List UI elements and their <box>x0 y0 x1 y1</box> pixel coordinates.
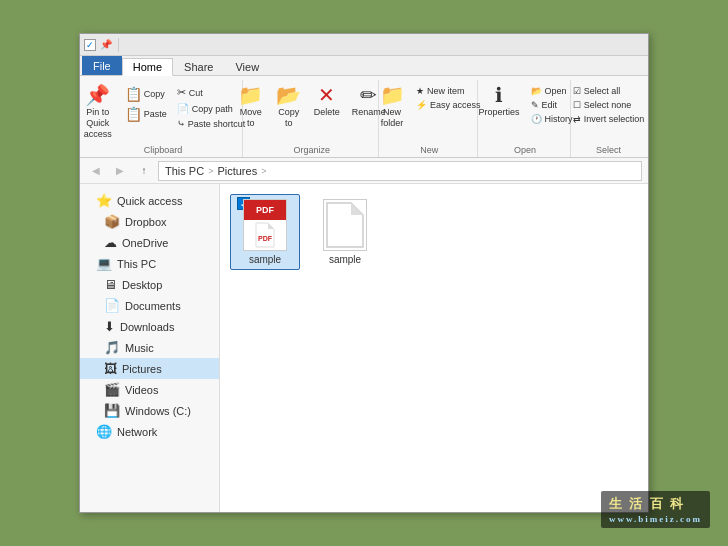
tab-share[interactable]: Share <box>173 58 224 75</box>
sidebar-item-label: Windows (C:) <box>125 405 191 417</box>
svg-text:PDF: PDF <box>258 235 273 242</box>
sidebar-item-pictures[interactable]: 🖼 Pictures <box>80 358 219 379</box>
sidebar-item-label: This PC <box>117 258 156 270</box>
select-none-button[interactable]: ☐ Select none <box>569 98 649 112</box>
edit-icon: ✎ <box>531 100 539 110</box>
sidebar-item-quick-access[interactable]: ⭐ Quick access <box>80 190 219 211</box>
open-label: Open <box>545 86 567 96</box>
open-icon: 📂 <box>531 86 542 96</box>
title-pin: 📌 <box>100 39 112 50</box>
sidebar-item-label: Downloads <box>120 321 174 333</box>
music-icon: 🎵 <box>104 340 120 355</box>
file-explorer-window: ✓ 📌 File Home Share View 📌 Pin to Quick … <box>79 33 649 513</box>
downloads-icon: ⬇ <box>104 319 115 334</box>
file-name-pdf: sample <box>249 254 281 265</box>
pin-label: Pin to Quick access <box>82 107 114 139</box>
path-segment-pictures[interactable]: Pictures <box>217 165 257 177</box>
select-all-button[interactable]: ☑ Select all <box>569 84 649 98</box>
back-button[interactable]: ◀ <box>86 161 106 181</box>
ribbon-organize-content: 📁 Move to 📂 Copy to ✕ Delete ✏ Rename <box>233 80 391 145</box>
address-path[interactable]: This PC > Pictures > <box>158 161 642 181</box>
sidebar-item-label: Music <box>125 342 154 354</box>
copy-paste-col: 📋 Copy 📋 Paste <box>121 82 171 124</box>
ribbon: 📌 Pin to Quick access 📋 Copy 📋 Paste <box>80 76 648 158</box>
sidebar-item-downloads[interactable]: ⬇ Downloads <box>80 316 219 337</box>
main-area: ⭐ Quick access 📦 Dropbox ☁ OneDrive 💻 Th… <box>80 184 648 512</box>
history-icon: 🕐 <box>531 114 542 124</box>
title-checkbox[interactable]: ✓ <box>84 39 96 51</box>
edit-label: Edit <box>542 100 558 110</box>
path-sep-1: > <box>208 166 213 176</box>
videos-icon: 🎬 <box>104 382 120 397</box>
documents-icon: 📄 <box>104 298 120 313</box>
file-icon-generic-wrapper <box>319 199 371 251</box>
pin-to-quick-access-button[interactable]: 📌 Pin to Quick access <box>77 82 119 142</box>
title-divider <box>118 38 119 52</box>
tab-home[interactable]: Home <box>122 58 173 76</box>
file-item-generic[interactable]: sample <box>310 194 380 270</box>
select-none-icon: ☐ <box>573 100 581 110</box>
path-segment-this-pc[interactable]: This PC <box>165 165 204 177</box>
ribbon-group-new: 📁 New folder ★ New item ⚡ Easy access Ne… <box>381 80 478 157</box>
organize-group-label: Organize <box>249 145 374 157</box>
select-all-label: Select all <box>584 86 621 96</box>
onedrive-icon: ☁ <box>104 235 117 250</box>
pdf-header: PDF <box>244 200 286 220</box>
copy-to-button[interactable]: 📂 Copy to <box>271 82 307 132</box>
pictures-icon: 🖼 <box>104 361 117 376</box>
sidebar-item-this-pc[interactable]: 💻 This PC <box>80 253 219 274</box>
desktop-icon: 🖥 <box>104 277 117 292</box>
move-to-button[interactable]: 📁 Move to <box>233 82 269 132</box>
invert-selection-label: Invert selection <box>584 114 645 124</box>
sidebar-item-label: Documents <box>125 300 181 312</box>
copy-button[interactable]: 📋 Copy <box>121 84 171 104</box>
ribbon-open-content: ℹ Properties 📂 Open ✎ Edit 🕐 History <box>474 80 577 145</box>
address-bar: ◀ ▶ ↑ This PC > Pictures > <box>80 158 648 184</box>
delete-button[interactable]: ✕ Delete <box>309 82 345 121</box>
sidebar-item-dropbox[interactable]: 📦 Dropbox <box>80 211 219 232</box>
watermark-text: 生 活 百 科 <box>609 496 685 511</box>
sidebar-item-windows-c[interactable]: 💾 Windows (C:) <box>80 400 219 421</box>
up-button[interactable]: ↑ <box>134 161 154 181</box>
properties-button[interactable]: ℹ Properties <box>474 82 525 121</box>
quick-access-icon: ⭐ <box>96 193 112 208</box>
invert-selection-button[interactable]: ⇄ Invert selection <box>569 112 649 126</box>
this-pc-icon: 💻 <box>96 256 112 271</box>
sidebar-item-videos[interactable]: 🎬 Videos <box>80 379 219 400</box>
paste-icon: 📋 <box>125 107 142 121</box>
watermark: 生 活 百 科 www.bimeiz.com <box>601 491 710 528</box>
move-to-icon: 📁 <box>238 85 263 105</box>
sidebar-item-label: Dropbox <box>125 216 167 228</box>
tab-view[interactable]: View <box>224 58 270 75</box>
copy-path-icon: 📄 <box>177 103 189 114</box>
paste-button[interactable]: 📋 Paste <box>121 104 171 124</box>
forward-button[interactable]: ▶ <box>110 161 130 181</box>
file-icon-pdf-wrapper: ✓ PDF PDF <box>239 199 291 251</box>
new-folder-icon: 📁 <box>380 85 405 105</box>
move-to-label: Move to <box>240 107 262 129</box>
sidebar-item-network[interactable]: 🌐 Network <box>80 421 219 442</box>
dropbox-icon: 📦 <box>104 214 120 229</box>
tab-file[interactable]: File <box>82 56 122 75</box>
sidebar-item-onedrive[interactable]: ☁ OneDrive <box>80 232 219 253</box>
network-icon: 🌐 <box>96 424 112 439</box>
sidebar-item-music[interactable]: 🎵 Music <box>80 337 219 358</box>
pdf-body: PDF <box>253 220 277 250</box>
ribbon-select-content: ☑ Select all ☐ Select none ⇄ Invert sele… <box>569 80 649 145</box>
sidebar-item-documents[interactable]: 📄 Documents <box>80 295 219 316</box>
file-item-pdf[interactable]: ✓ PDF PDF sampl <box>230 194 300 270</box>
cut-label: Cut <box>189 88 203 98</box>
ribbon-group-clipboard: 📌 Pin to Quick access 📋 Copy 📋 Paste <box>84 80 243 157</box>
paste-shortcut-icon: ⤷ <box>177 118 185 129</box>
ribbon-clipboard-content: 📌 Pin to Quick access 📋 Copy 📋 Paste <box>77 80 250 145</box>
delete-label: Delete <box>314 107 340 118</box>
easy-access-icon: ⚡ <box>416 100 427 110</box>
sidebar-item-desktop[interactable]: 🖥 Desktop <box>80 274 219 295</box>
pdf-logo-text: PDF <box>256 205 274 215</box>
new-folder-button[interactable]: 📁 New folder <box>374 82 410 132</box>
sidebar-item-label: OneDrive <box>122 237 168 249</box>
ribbon-new-content: 📁 New folder ★ New item ⚡ Easy access <box>374 80 485 145</box>
delete-icon: ✕ <box>318 85 335 105</box>
title-bar: ✓ 📌 <box>80 34 648 56</box>
open-group-label: Open <box>484 145 566 157</box>
